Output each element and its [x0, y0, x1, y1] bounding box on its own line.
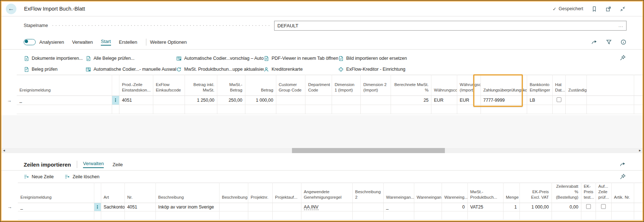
- open-in-new-window-icon[interactable]: [605, 6, 612, 12]
- collapse-window-icon[interactable]: [620, 6, 626, 12]
- col-ek-preis[interactable]: EK-Preis Excl. VAT: [519, 183, 552, 203]
- col-bankkonto[interactable]: Bankkonto Empfänger: [527, 75, 552, 96]
- cell-mwst-betrag[interactable]: 250,00: [217, 96, 245, 105]
- checkbox-unchecked[interactable]: [601, 204, 606, 209]
- col-waehrungscode[interactable]: Währungscode: [431, 75, 457, 96]
- exflow-vendor-setup-button[interactable]: ExFlow-Kreditor - Einrichtung: [338, 67, 621, 72]
- pdf-viewer-button[interactable]: PDF-Viewer in neuem Tab öffnen: [264, 56, 338, 61]
- check-all-documents-button[interactable]: Alle Belege prüfen...: [86, 56, 176, 61]
- col-zeilenrabatt[interactable]: Zeilenrabatt % (Bestellung): [552, 183, 581, 203]
- col-nr[interactable]: Nr.: [125, 183, 155, 203]
- cell-projektaufgabe[interactable]: [272, 203, 301, 211]
- cell-projektnr[interactable]: [248, 203, 272, 211]
- cell-ek-preis[interactable]: 1 000,00: [519, 203, 552, 211]
- pin-icon[interactable]: [620, 174, 626, 180]
- checkbox-unchecked[interactable]: [586, 204, 591, 209]
- col-wareneingang-c[interactable]: Wareneing...: [442, 183, 467, 203]
- col-betrag-inkl[interactable]: Betrag inkl. MwSt.: [185, 75, 217, 96]
- col-zustaendigkeit[interactable]: Zuständigkei...: [566, 75, 587, 96]
- new-line-button[interactable]: Neue Zeile: [24, 174, 54, 179]
- col-ek-preis-test[interactable]: EK- Preis test...: [581, 183, 596, 203]
- col-mwst-produktbuchung[interactable]: MwSt.-Produktbuch...: [467, 183, 503, 203]
- col-genehmigungsregel[interactable]: Angewendete Genehmigungsregel: [301, 183, 352, 203]
- cell-hat-dat-checkbox[interactable]: [552, 96, 565, 105]
- check-document-button[interactable]: Beleg prüfen: [24, 67, 86, 72]
- scroll-left-arrow[interactable]: ◀: [1, 148, 7, 153]
- cell-prod-zeile[interactable]: 4051: [119, 96, 153, 105]
- cell-zustaendigkeit[interactable]: [566, 96, 587, 105]
- col-department[interactable]: Department Code: [305, 75, 332, 96]
- cell-zeilenrabatt[interactable]: 0,00: [552, 203, 581, 211]
- cell-beschreibung-b[interactable]: [219, 203, 248, 211]
- cell-wareneingang-a[interactable]: _: [383, 203, 414, 211]
- auto-coding-manual-button[interactable]: Automatische Codier...- manuelle Auswahl: [86, 67, 176, 72]
- update-vat-group-button[interactable]: MwSt. Produktbuchun...uppe aktualisieren: [176, 67, 264, 72]
- col-customer-group[interactable]: Customer Group Code: [276, 75, 305, 96]
- menu-weitere-optionen[interactable]: Weitere Optionen: [150, 39, 187, 45]
- delete-line-button[interactable]: Zeile löschen: [64, 174, 99, 179]
- col-auf-zeile-pruefen[interactable]: Auf... Zeile prüf...: [596, 183, 611, 203]
- col-beschreibung2[interactable]: Beschreibung 2: [352, 183, 383, 203]
- import-image-button[interactable]: Bild importieren oder ersetzen: [338, 56, 621, 61]
- col-artikelnr[interactable]: Artik. Nr.: [611, 183, 634, 203]
- row-menu-button[interactable]: ⋮: [112, 96, 119, 105]
- col-beschreibung-b[interactable]: Beschreibung: [219, 183, 248, 203]
- col-zahlungsueberpruefungskonto[interactable]: Zahlungsüberprüfungskont...: [481, 75, 527, 96]
- menu-verwalten[interactable]: Verwalten: [72, 39, 93, 45]
- analyze-toggle[interactable]: [24, 39, 36, 45]
- menu-erstellen[interactable]: Erstellen: [119, 39, 138, 45]
- vendor-card-button[interactable]: Kreditorenkarte: [264, 67, 338, 72]
- cell-empty[interactable]: [586, 96, 634, 105]
- cell-bankkonto[interactable]: LB: [527, 96, 552, 105]
- batch-lookup-button[interactable]: ...: [619, 23, 623, 28]
- cell-genehmigungsregel[interactable]: AA.INV: [301, 203, 352, 211]
- menu-start[interactable]: Start: [101, 39, 111, 46]
- cell-betrag[interactable]: 1 000,00: [245, 96, 276, 105]
- cell-department[interactable]: [305, 96, 332, 105]
- col-berechnete-mwst[interactable]: Berechnete MwSt. %: [391, 75, 431, 96]
- col-dimension2[interactable]: Dimension 2 (Import): [361, 75, 391, 96]
- approval-rule-link[interactable]: AA.INV: [304, 205, 319, 210]
- row-menu-button[interactable]: ⋮: [94, 203, 101, 211]
- cell-ereignismeldung[interactable]: _: [18, 203, 94, 211]
- col-waehrung-import[interactable]: Währungsc... (Import): [457, 75, 481, 96]
- share-icon[interactable]: [620, 161, 626, 167]
- cell-ereignismeldung[interactable]: _: [17, 96, 112, 105]
- col-projektaufgabe[interactable]: Projektauf...: [272, 183, 301, 203]
- col-wareneingang-b[interactable]: Wareneingan...: [414, 183, 442, 203]
- col-projektnr[interactable]: Projektnr.: [248, 183, 272, 203]
- cell-artikelnr[interactable]: [611, 203, 634, 211]
- col-mwst-betrag[interactable]: MwSt.-Betrag: [217, 75, 245, 96]
- back-button[interactable]: ←: [6, 4, 16, 14]
- import-documents-button[interactable]: Dokumente importieren...: [24, 56, 86, 61]
- col-exflow-einkaufscode[interactable]: ExFlow Einkaufscode: [153, 75, 185, 96]
- cell-wareneingang-b[interactable]: [414, 203, 442, 211]
- cell-nr[interactable]: 4051: [125, 203, 155, 211]
- menu-analysieren[interactable]: Analysieren: [39, 39, 64, 45]
- cell-berechnete-mwst[interactable]: 25: [391, 96, 431, 105]
- info-icon[interactable]: [620, 39, 627, 45]
- cell-art[interactable]: Sachkonto: [101, 203, 125, 211]
- col-prod-zeile[interactable]: Prod.-Zeile Einstandskon...: [119, 75, 153, 96]
- cell-dimension2[interactable]: [361, 96, 391, 105]
- cell-customer-group[interactable]: [276, 96, 305, 105]
- bookmark-icon[interactable]: [591, 6, 597, 12]
- tab-verwalten[interactable]: Verwalten: [83, 161, 104, 168]
- checkbox-unchecked[interactable]: [557, 97, 561, 102]
- cell-betrag-inkl[interactable]: 1 250,00: [185, 96, 217, 105]
- cell-wareneingang-c[interactable]: 0: [442, 203, 467, 211]
- cell-mwst-produktbuchung[interactable]: VAT25: [467, 203, 503, 211]
- cell-waehrungscode[interactable]: EUR: [431, 96, 457, 105]
- col-art[interactable]: Art: [101, 183, 125, 203]
- pin-icon[interactable]: [620, 55, 626, 61]
- batch-name-input[interactable]: DEFAULT ...: [274, 21, 627, 31]
- scroll-right-arrow[interactable]: ▶: [637, 148, 643, 153]
- share-icon[interactable]: [591, 39, 597, 45]
- cell-auf-zeile-pruefen-checkbox[interactable]: [596, 203, 611, 211]
- cell-dimension1[interactable]: [332, 96, 361, 105]
- cell-beschreibung[interactable]: Inköp av varor inom Sverige: [155, 203, 219, 211]
- filter-icon[interactable]: [606, 39, 612, 45]
- tab-zeile[interactable]: Zeile: [112, 162, 123, 167]
- cell-exflow-einkaufscode[interactable]: [153, 96, 185, 105]
- cell-beschreibung2[interactable]: [352, 203, 383, 211]
